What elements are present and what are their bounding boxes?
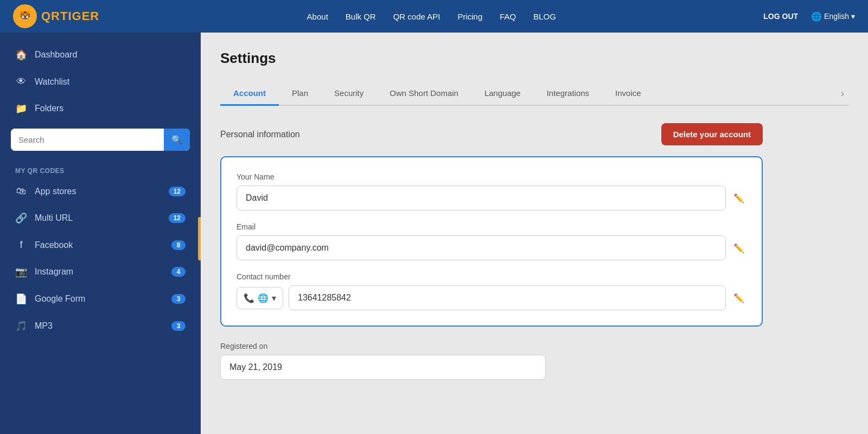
- language-selector[interactable]: 🌐 English ▾: [811, 11, 855, 22]
- sidebar-item-label: Dashboard: [35, 50, 186, 60]
- tab-account[interactable]: Account: [220, 82, 279, 106]
- name-edit-icon[interactable]: ✏️: [731, 191, 746, 206]
- settings-content: Personal information Delete your account…: [220, 123, 763, 380]
- phone-flag: 🌐: [258, 293, 269, 303]
- sidebar-item-app-stores[interactable]: 🛍 App stores 12: [0, 178, 201, 205]
- phone-globe-icon: 📞: [244, 293, 254, 303]
- nav-link-faq[interactable]: FAQ: [500, 12, 516, 21]
- sidebar-item-folders[interactable]: 📁 Folders: [0, 95, 201, 122]
- page-title: Settings: [220, 50, 848, 67]
- sidebar-item-label: Google Form: [35, 294, 164, 304]
- settings-panel: Settings Account Plan Security Own Short…: [201, 33, 868, 434]
- logo-text: QRTIGER: [41, 9, 99, 23]
- name-input-row: ✏️: [237, 186, 746, 210]
- sidebar-item-label: MP3: [35, 321, 164, 331]
- contact-label: Contact number: [237, 272, 746, 281]
- globe-icon: 🌐: [811, 11, 822, 22]
- logo-icon: 🐯: [13, 4, 37, 28]
- delete-account-button[interactable]: Delete your account: [661, 123, 763, 145]
- phone-input-row: 📞 🌐 ▾ ✏️: [237, 285, 746, 310]
- nav-link-about[interactable]: About: [307, 12, 328, 21]
- search-input[interactable]: [11, 129, 164, 151]
- sidebar-item-label: Watchlist: [35, 77, 186, 87]
- sidebar-item-label: Folders: [35, 104, 186, 113]
- sidebar-badge: 3: [171, 294, 186, 304]
- eye-icon: 👁: [15, 76, 27, 87]
- email-edit-icon[interactable]: ✏️: [731, 241, 746, 256]
- sidebar-badge: 8: [171, 240, 186, 250]
- logout-button[interactable]: LOG OUT: [763, 12, 798, 21]
- language-label: English: [824, 12, 849, 21]
- sidebar-item-label: Instagram: [35, 267, 164, 277]
- settings-tabs: Account Plan Security Own Short Domain L…: [220, 82, 848, 106]
- name-input[interactable]: [237, 186, 726, 210]
- multi-url-icon: 🔗: [15, 212, 27, 224]
- name-label: Your Name: [237, 173, 746, 181]
- sidebar-badge: 12: [169, 213, 186, 223]
- chevron-down-icon: ▾: [851, 12, 855, 21]
- sidebar-badge: 12: [169, 187, 186, 196]
- nav-link-qr-api[interactable]: QR code API: [393, 12, 441, 21]
- email-input-row: ✏️: [237, 235, 746, 260]
- personal-info-form-card: Your Name ✏️ Email ✏️: [220, 156, 763, 327]
- sidebar-item-multi-url[interactable]: 🔗 Multi URL 12: [0, 205, 201, 232]
- personal-info-label: Personal information: [220, 130, 300, 139]
- folder-icon: 📁: [15, 103, 27, 114]
- personal-info-header: Personal information Delete your account: [220, 123, 763, 145]
- registered-input: [220, 355, 546, 380]
- sidebar-item-label: App stores: [35, 187, 161, 196]
- nav-right: LOG OUT 🌐 English ▾: [763, 11, 855, 22]
- instagram-icon: 📷: [15, 266, 27, 278]
- scroll-indicator: [198, 217, 201, 260]
- sidebar-badge: 3: [171, 321, 186, 331]
- email-input[interactable]: [237, 235, 726, 260]
- sidebar-item-watchlist[interactable]: 👁 Watchlist: [0, 68, 201, 95]
- registered-label: Registered on: [220, 342, 763, 350]
- tab-plan[interactable]: Plan: [279, 82, 321, 106]
- main-layout: 🏠 Dashboard 👁 Watchlist 📁 Folders 🔍 MY Q…: [0, 33, 868, 434]
- email-label: Email: [237, 222, 746, 231]
- tab-security[interactable]: Security: [321, 82, 376, 106]
- facebook-icon: f: [15, 239, 27, 251]
- contact-field-group: Contact number 📞 🌐 ▾ ✏️: [237, 272, 746, 310]
- content-area: Settings Account Plan Security Own Short…: [201, 33, 868, 434]
- app-stores-icon: 🛍: [15, 186, 27, 197]
- phone-prefix-selector[interactable]: 📞 🌐 ▾: [237, 287, 283, 309]
- mp3-icon: 🎵: [15, 320, 27, 332]
- tab-invoice[interactable]: Invoice: [602, 82, 654, 106]
- sidebar: 🏠 Dashboard 👁 Watchlist 📁 Folders 🔍 MY Q…: [0, 33, 201, 434]
- sidebar-item-label: Multi URL: [35, 213, 161, 223]
- sidebar-item-dashboard[interactable]: 🏠 Dashboard: [0, 41, 201, 68]
- sidebar-item-label: Facebook: [35, 240, 164, 250]
- tab-integrations[interactable]: Integrations: [534, 82, 602, 106]
- nav-link-pricing[interactable]: Pricing: [457, 12, 482, 21]
- sidebar-item-instagram[interactable]: 📷 Instagram 4: [0, 258, 201, 285]
- nav-link-blog[interactable]: BLOG: [533, 12, 556, 21]
- sidebar-item-mp3[interactable]: 🎵 MP3 3: [0, 312, 201, 340]
- sidebar-item-google-form[interactable]: 📄 Google Form 3: [0, 285, 201, 312]
- tabs-more-button[interactable]: ›: [837, 84, 848, 104]
- tab-language[interactable]: Language: [471, 82, 534, 106]
- phone-number-input[interactable]: [289, 285, 726, 310]
- nav-links: About Bulk QR QR code API Pricing FAQ BL…: [307, 12, 556, 21]
- top-navigation: 🐯 QRTIGER About Bulk QR QR code API Pric…: [0, 0, 868, 33]
- my-qr-codes-label: MY QR CODES: [0, 162, 201, 178]
- sidebar-badge: 4: [171, 267, 186, 277]
- home-icon: 🏠: [15, 49, 27, 61]
- phone-edit-icon[interactable]: ✏️: [731, 291, 746, 305]
- search-button[interactable]: 🔍: [164, 129, 190, 151]
- phone-chevron-icon: ▾: [272, 293, 276, 303]
- name-field-group: Your Name ✏️: [237, 173, 746, 210]
- sidebar-item-facebook[interactable]: f Facebook 8: [0, 232, 201, 258]
- tab-own-short-domain[interactable]: Own Short Domain: [376, 82, 471, 106]
- search-bar: 🔍: [11, 129, 190, 151]
- nav-link-bulk-qr[interactable]: Bulk QR: [346, 12, 376, 21]
- google-form-icon: 📄: [15, 293, 27, 305]
- registered-section: Registered on: [220, 342, 763, 380]
- email-field-group: Email ✏️: [237, 222, 746, 260]
- logo[interactable]: 🐯 QRTIGER: [13, 4, 99, 28]
